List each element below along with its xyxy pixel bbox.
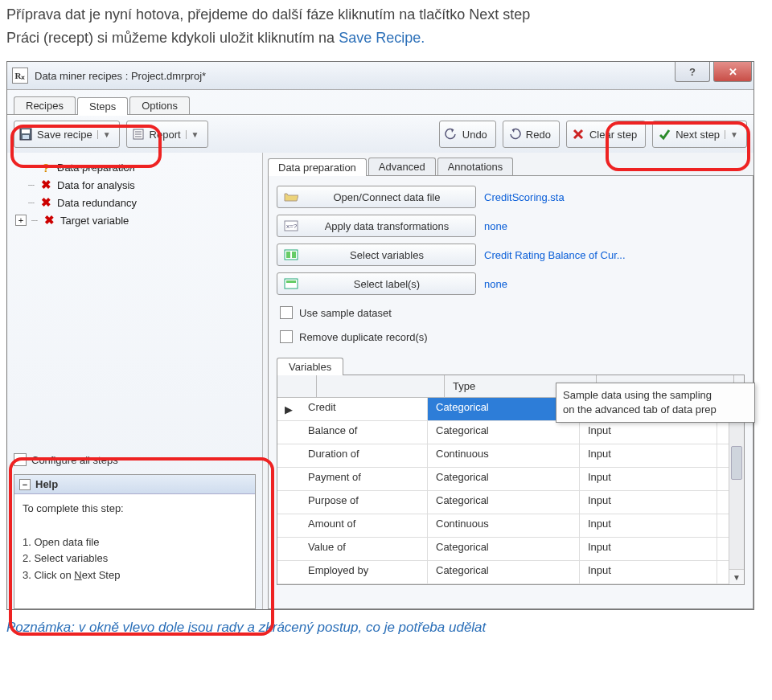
- scroll-down-icon[interactable]: ▼: [729, 569, 744, 584]
- row-name: Credit: [300, 398, 428, 420]
- svg-rect-15: [286, 280, 296, 283]
- checkbox-icon[interactable]: [280, 306, 293, 319]
- row-marker: [277, 514, 300, 537]
- undo-button[interactable]: Undo: [439, 121, 496, 148]
- table-row[interactable]: Duration ofContinuousInput: [277, 444, 744, 468]
- window-title: Data miner recipes : Project.dmrproj*: [35, 70, 206, 82]
- save-recipe-button[interactable]: Save recipe ▼: [14, 121, 120, 148]
- save-label: Save recipe: [37, 129, 92, 141]
- checkbox-icon[interactable]: [14, 453, 27, 466]
- row-type[interactable]: Categorical: [428, 421, 580, 444]
- scrollbar[interactable]: ▲ ▼: [729, 398, 744, 584]
- row-role[interactable]: Input: [580, 561, 717, 583]
- row-type[interactable]: Categorical: [428, 561, 580, 583]
- row-marker: [277, 561, 300, 583]
- tab-advanced[interactable]: Advanced: [368, 158, 436, 175]
- dedupe-label: Remove duplicate record(s): [299, 331, 428, 343]
- apply-transform-button[interactable]: x=? Apply data transformations: [277, 215, 476, 237]
- tab-steps[interactable]: Steps: [77, 97, 128, 115]
- disk-icon: [19, 128, 32, 141]
- sample-label: Use sample dataset: [299, 307, 392, 319]
- redo-icon: [508, 128, 521, 141]
- labels-icon: [284, 277, 298, 290]
- tree-data-analysis[interactable]: ┈ ✖ Data for analysis: [14, 176, 256, 194]
- x-icon: ✖: [43, 213, 55, 227]
- row-marker: [277, 491, 300, 514]
- redo-button[interactable]: Redo: [503, 121, 560, 148]
- table-row[interactable]: Balance ofCategoricalInput: [277, 421, 744, 444]
- tab-annotations[interactable]: Annotations: [437, 158, 514, 175]
- table-row[interactable]: Payment ofCategoricalInput: [277, 468, 744, 491]
- tree-label: Target variable: [60, 215, 129, 227]
- row-type[interactable]: Continuous: [428, 514, 580, 537]
- tree-dash-icon: ┈: [28, 162, 35, 174]
- row-marker: [277, 538, 300, 560]
- tab-options[interactable]: Options: [129, 96, 190, 114]
- expand-icon[interactable]: +: [15, 215, 27, 226]
- table-row[interactable]: Amount ofContinuousInput: [277, 514, 744, 538]
- row-marker: [277, 444, 300, 467]
- help-step: 2. Select variables: [23, 551, 247, 567]
- remove-dup-check[interactable]: Remove duplicate record(s): [280, 330, 745, 343]
- svg-rect-12: [286, 252, 290, 258]
- select-labels-button[interactable]: Select label(s): [277, 272, 476, 295]
- tree-target-variable[interactable]: + ┈ ✖ Target variable: [14, 211, 256, 229]
- row-role[interactable]: Input: [580, 514, 717, 537]
- btn-label: Select label(s): [305, 278, 469, 290]
- table-row[interactable]: Value ofCategoricalInput: [277, 538, 744, 561]
- table-row[interactable]: Purpose ofCategoricalInput: [277, 491, 744, 514]
- btn-label: Apply data transformations: [305, 220, 469, 232]
- save-recipe-word: Save Recipe.: [339, 30, 425, 46]
- app-window: Rₓ Data miner recipes : Project.dmrproj*…: [6, 61, 754, 610]
- tree-label: Data redundancy: [57, 197, 137, 209]
- tab-variables[interactable]: Variables: [277, 358, 343, 375]
- close-button[interactable]: ✕: [713, 62, 752, 82]
- right-panel: Data preparation Advanced Annotations Op…: [263, 153, 754, 609]
- row-role[interactable]: Input: [580, 468, 717, 490]
- row-role[interactable]: Input: [580, 444, 717, 467]
- undo-icon: [445, 128, 458, 141]
- chevron-down-icon[interactable]: ▼: [725, 130, 738, 139]
- help-header: − Help: [14, 475, 255, 494]
- chevron-down-icon[interactable]: ▼: [97, 130, 111, 139]
- chevron-down-icon[interactable]: ▼: [186, 130, 199, 139]
- row-type[interactable]: Continuous: [428, 444, 580, 467]
- open-file-value: CreditScoring.sta: [484, 191, 565, 203]
- help-title: Help: [35, 478, 58, 490]
- svg-rect-2: [23, 135, 29, 139]
- report-button[interactable]: Report ▼: [126, 121, 208, 148]
- clear-step-button[interactable]: Clear step: [566, 121, 646, 148]
- row-type[interactable]: Categorical: [428, 468, 580, 490]
- tree-data-preparation[interactable]: ┈ ? Data preparation: [14, 159, 256, 176]
- collapse-icon[interactable]: −: [19, 479, 31, 490]
- btn-label: Select variables: [305, 249, 469, 261]
- open-file-button[interactable]: Open/Connect data file: [277, 186, 476, 208]
- select-labels-value: none: [484, 278, 507, 290]
- scroll-thumb[interactable]: [731, 446, 742, 480]
- tab-data-preparation[interactable]: Data preparation: [268, 158, 367, 176]
- checkbox-icon[interactable]: [280, 330, 293, 343]
- select-variables-button[interactable]: Select variables: [277, 244, 476, 266]
- clear-label: Clear step: [589, 129, 637, 141]
- row-type[interactable]: Categorical: [428, 491, 580, 514]
- x-icon: ✖: [39, 178, 52, 192]
- tooltip-line: Sample data using the sampling: [563, 388, 748, 403]
- help-body: To complete this step: 1. Open data file…: [14, 494, 255, 608]
- tab-recipes[interactable]: Recipes: [14, 96, 76, 114]
- next-step-button[interactable]: Next step ▼: [652, 121, 747, 148]
- table-row[interactable]: Employed byCategoricalInput: [277, 561, 744, 584]
- tree-dash-icon: ┈: [28, 197, 35, 209]
- grid-body[interactable]: ▶CreditCategoricalTargetBalance ofCatego…: [277, 398, 744, 584]
- toolbar: Save recipe ▼ Report ▼ Undo Redo: [7, 115, 754, 153]
- row-role[interactable]: Input: [580, 538, 717, 560]
- row-name: Amount of: [300, 514, 428, 537]
- help-button[interactable]: ?: [675, 62, 710, 82]
- row-type[interactable]: Categorical: [428, 538, 580, 560]
- svg-text:x=?: x=?: [286, 223, 298, 230]
- row-role[interactable]: Input: [580, 421, 717, 444]
- tooltip: Sample data using the sampling on the ad…: [556, 383, 755, 423]
- tree-data-redundancy[interactable]: ┈ ✖ Data redundancy: [14, 194, 256, 211]
- configure-all-steps[interactable]: Configure all steps: [14, 448, 256, 471]
- row-role[interactable]: Input: [580, 491, 717, 514]
- sample-dataset-check[interactable]: Use sample dataset: [280, 306, 745, 319]
